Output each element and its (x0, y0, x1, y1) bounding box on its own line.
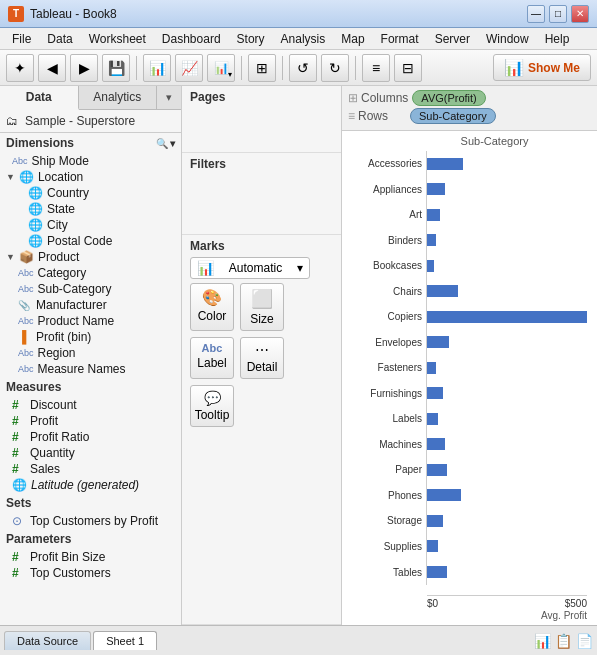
tab-data-source[interactable]: Data Source (4, 631, 91, 650)
dim-location-group[interactable]: ▼ 🌐 Location (0, 169, 181, 185)
menu-window[interactable]: Window (478, 30, 537, 48)
data-source-label[interactable]: 🗂 Sample - Superstore (0, 110, 181, 133)
toolbar-back-button[interactable]: ◀ (38, 54, 66, 82)
bar-row[interactable] (427, 208, 587, 222)
meas-profit-ratio[interactable]: # Profit Ratio (0, 429, 181, 445)
menu-data[interactable]: Data (39, 30, 80, 48)
bar (427, 158, 463, 170)
window-controls[interactable]: — □ ✕ (527, 5, 589, 23)
panel-options-button[interactable]: ▾ (157, 86, 181, 109)
toolbar-chart1-button[interactable]: 📊 (143, 54, 171, 82)
bar-row[interactable] (427, 310, 587, 324)
menu-file[interactable]: File (4, 30, 39, 48)
marks-detail-button[interactable]: ⋯ Detail (240, 337, 284, 379)
dim-state[interactable]: 🌐 State (0, 201, 181, 217)
toolbar-group-button[interactable]: ⊟ (394, 54, 422, 82)
bar-row[interactable] (427, 539, 587, 553)
columns-pill[interactable]: AVG(Profit) (412, 90, 485, 106)
menu-format[interactable]: Format (373, 30, 427, 48)
bar-icon: ▐ (18, 330, 32, 344)
meas-profit[interactable]: # Profit (0, 413, 181, 429)
marks-tooltip-button[interactable]: 💬 Tooltip (190, 385, 234, 427)
dashboard-icon[interactable]: 📋 (555, 633, 572, 649)
bar-row[interactable] (427, 488, 587, 502)
dropdown-arrow-icon: ▾ (297, 261, 303, 275)
right-panel: ⊞ Columns AVG(Profit) ≡ Rows Sub-Categor… (342, 86, 597, 625)
story-icon[interactable]: 📄 (576, 633, 593, 649)
meas-sales[interactable]: # Sales (0, 461, 181, 477)
dim-profit-bin[interactable]: ▐ Profit (bin) (0, 329, 181, 345)
toolbar-chart2-button[interactable]: 📈 (175, 54, 203, 82)
dim-city[interactable]: 🌐 City (0, 217, 181, 233)
dim-region[interactable]: Abc Region (0, 345, 181, 361)
y-label-0: Accessories (352, 158, 422, 169)
menu-worksheet[interactable]: Worksheet (81, 30, 154, 48)
bar-row[interactable] (427, 514, 587, 528)
meas-discount[interactable]: # Discount (0, 397, 181, 413)
bar (427, 311, 587, 323)
menu-help[interactable]: Help (537, 30, 578, 48)
menu-dashboard[interactable]: Dashboard (154, 30, 229, 48)
menu-analysis[interactable]: Analysis (273, 30, 334, 48)
dim-product-group[interactable]: ▼ 📦 Product (0, 249, 181, 265)
dim-measure-names[interactable]: Abc Measure Names (0, 361, 181, 377)
bar-row[interactable] (427, 157, 587, 171)
toolbar-sort-button[interactable]: ≡ (362, 54, 390, 82)
set-top-customers[interactable]: ⊙ Top Customers by Profit (0, 513, 181, 529)
bar-row[interactable] (427, 182, 587, 196)
bar-row[interactable] (427, 233, 587, 247)
meas-latitude[interactable]: 🌐 Latitude (generated) (0, 477, 181, 493)
search-icon[interactable]: 🔍 (156, 138, 168, 149)
dim-ship-mode[interactable]: Abc Ship Mode (0, 153, 181, 169)
y-label-9: Furnishings (352, 388, 422, 399)
bar-row[interactable] (427, 412, 587, 426)
hash-icon: # (12, 446, 26, 460)
dim-product-name[interactable]: Abc Product Name (0, 313, 181, 329)
dim-manufacturer[interactable]: 📎 Manufacturer (0, 297, 181, 313)
dim-category[interactable]: Abc Category (0, 265, 181, 281)
bar-row[interactable] (427, 437, 587, 451)
tab-analytics[interactable]: Analytics (79, 86, 158, 109)
show-me-button[interactable]: 📊 Show Me (493, 54, 591, 81)
bar-row[interactable] (427, 463, 587, 477)
toolbar-refresh-button[interactable]: ↺ (289, 54, 317, 82)
marks-type-dropdown[interactable]: 📊 Automatic ▾ (190, 257, 310, 279)
bar-row[interactable] (427, 565, 587, 579)
param-profit-bin-size[interactable]: # Profit Bin Size (0, 549, 181, 565)
tab-sheet1[interactable]: Sheet 1 (93, 631, 157, 650)
meas-quantity[interactable]: # Quantity (0, 445, 181, 461)
marks-color-button[interactable]: 🎨 Color (190, 283, 234, 331)
bar-row[interactable] (427, 284, 587, 298)
bar-row[interactable] (427, 335, 587, 349)
set-icon: ⊙ (12, 514, 26, 528)
dim-country[interactable]: 🌐 Country (0, 185, 181, 201)
tab-data[interactable]: Data (0, 86, 79, 110)
bar (427, 362, 436, 374)
bar-row[interactable] (427, 259, 587, 273)
menu-map[interactable]: Map (333, 30, 372, 48)
rows-pill[interactable]: Sub-Category (410, 108, 496, 124)
marks-size-button[interactable]: ⬜ Size (240, 283, 284, 331)
toolbar-grid-button[interactable]: ⊞ (248, 54, 276, 82)
maximize-button[interactable]: □ (549, 5, 567, 23)
menu-story[interactable]: Story (229, 30, 273, 48)
toolbar-forward-button[interactable]: ▶ (70, 54, 98, 82)
marks-label-button[interactable]: Abc Label (190, 337, 234, 379)
toolbar-chart3-button[interactable]: 📊▾ (207, 54, 235, 82)
dim-sub-category[interactable]: Abc Sub-Category (0, 281, 181, 297)
toolbar-refresh2-button[interactable]: ↻ (321, 54, 349, 82)
add-icon[interactable]: ▾ (170, 138, 175, 149)
add-sheet-icon[interactable]: 📊 (534, 633, 551, 649)
close-button[interactable]: ✕ (571, 5, 589, 23)
param-top-customers[interactable]: # Top Customers (0, 565, 181, 581)
menu-server[interactable]: Server (427, 30, 478, 48)
bar-row[interactable] (427, 386, 587, 400)
dim-postal-code[interactable]: 🌐 Postal Code (0, 233, 181, 249)
bar (427, 336, 449, 348)
bar-row[interactable] (427, 361, 587, 375)
toolbar-new-button[interactable]: ✦ (6, 54, 34, 82)
rows-grid-icon: ≡ (348, 109, 355, 123)
bar (427, 489, 461, 501)
toolbar-save-button[interactable]: 💾 (102, 54, 130, 82)
minimize-button[interactable]: — (527, 5, 545, 23)
